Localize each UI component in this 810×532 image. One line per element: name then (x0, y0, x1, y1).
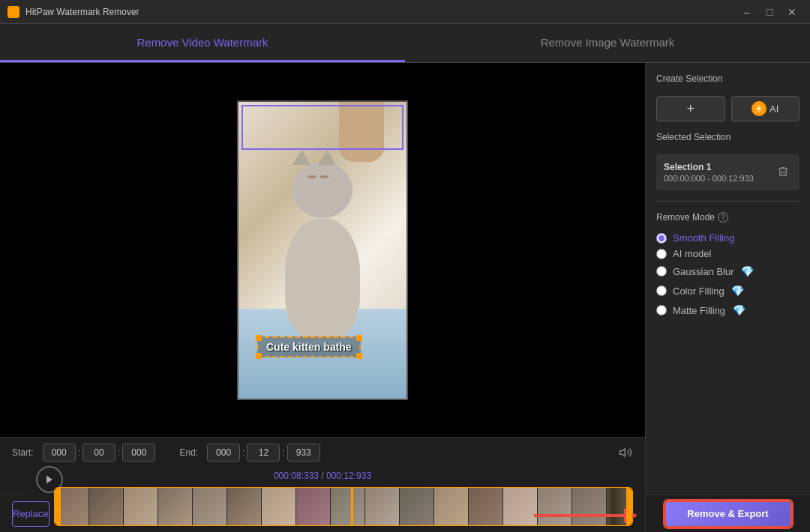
export-button[interactable]: Remove & Export (664, 501, 792, 528)
time-controls-bar: Start: : : End: : : (0, 437, 645, 468)
right-panel: Create Selection + AI Selected Selection… (645, 63, 810, 532)
audio-icon[interactable] (618, 445, 633, 460)
help-icon[interactable]: ? (718, 212, 728, 223)
app-title: HitPaw Watermark Remover (26, 7, 140, 17)
start-hours-input[interactable] (43, 444, 76, 462)
corner-handle-tr[interactable] (356, 335, 362, 341)
delete-selection-button[interactable] (774, 163, 792, 183)
app-logo (8, 6, 20, 18)
mode-ai[interactable]: AI model (656, 246, 800, 262)
selection-name: Selection 1 (664, 162, 754, 172)
selected-selection-label: Selected Selection (656, 132, 800, 142)
corner-handle-bl[interactable] (256, 353, 262, 359)
add-selection-button[interactable]: + (656, 96, 725, 121)
mode-color[interactable]: Color Filling 💎 (656, 281, 800, 300)
pro-badge-color: 💎 (730, 283, 746, 298)
minimize-button[interactable]: – (736, 4, 758, 20)
end-hours-input[interactable] (207, 444, 240, 462)
thumb-10 (365, 488, 400, 525)
selection-item[interactable]: Selection 1 000:00:000 - 000:12:933 (656, 154, 800, 190)
thumb-8 (296, 488, 331, 525)
create-selection-row: + AI (656, 96, 800, 121)
mode-matte[interactable]: Matte Filling 💎 (656, 300, 800, 320)
thumb-12 (434, 488, 469, 525)
replace-button[interactable]: Replace (12, 501, 50, 527)
thumb-14 (503, 488, 538, 525)
start-time-group: : : (43, 444, 156, 462)
hand-visual (339, 102, 384, 162)
red-arrow (534, 508, 638, 523)
end-time-group: : : (207, 444, 320, 462)
thumb-3 (124, 488, 158, 525)
thumb-11 (400, 488, 434, 525)
end-minutes-input[interactable] (247, 444, 280, 462)
ai-icon (752, 101, 766, 116)
restore-button[interactable]: □ (759, 4, 780, 20)
svg-marker-1 (46, 476, 52, 484)
titlebar: HitPaw Watermark Remover – □ ✕ (0, 0, 810, 24)
tab-image-watermark[interactable]: Remove Image Watermark (405, 24, 810, 62)
pro-badge-matte: 💎 (731, 303, 746, 318)
thumb-2 (89, 488, 124, 525)
export-button-container: Remove & Export (645, 495, 810, 532)
svg-point-2 (758, 107, 760, 110)
divider (656, 201, 800, 202)
window-controls: – □ ✕ (736, 4, 802, 20)
close-button[interactable]: ✕ (782, 4, 802, 20)
tab-video-watermark[interactable]: Remove Video Watermark (0, 24, 405, 62)
mode-options: Smooth Filling AI model Gaussian Blur 💎 … (656, 230, 800, 320)
end-seconds-input[interactable] (287, 444, 320, 462)
start-minutes-input[interactable] (82, 444, 116, 462)
main-content: Cute kitten bathe Start: : : End: (0, 63, 810, 532)
timeline-right-handle[interactable] (626, 488, 632, 525)
svg-marker-0 (620, 449, 626, 457)
thumb-6 (227, 488, 262, 525)
playhead[interactable] (351, 487, 353, 526)
titlebar-left: HitPaw Watermark Remover (8, 6, 140, 18)
end-label: End: (179, 447, 198, 458)
pro-badge-gaussian: 💎 (740, 264, 755, 279)
arrow-line (534, 514, 624, 517)
thumb-7 (262, 488, 296, 525)
start-seconds-input[interactable] (122, 444, 155, 462)
remove-mode-label: Remove Mode ? (656, 212, 800, 223)
start-label: Start: (12, 447, 34, 458)
thumb-4 (158, 488, 193, 525)
timeline-left-handle[interactable] (55, 488, 61, 525)
ai-selection-button[interactable]: AI (731, 96, 800, 121)
video-player[interactable]: Cute kitten bathe (0, 63, 645, 437)
bottom-bar: Replace (0, 495, 24, 532)
tabbar: Remove Video Watermark Remove Image Wate… (0, 24, 810, 63)
corner-handle-br[interactable] (356, 353, 362, 359)
mode-gaussian[interactable]: Gaussian Blur 💎 (656, 262, 800, 281)
thumb-5 (193, 488, 227, 525)
corner-handle-tl[interactable] (256, 335, 262, 341)
mode-smooth[interactable]: Smooth Filling (656, 230, 800, 246)
thumb-9 (331, 488, 365, 525)
watermark-selection-box[interactable]: Cute kitten bathe (257, 336, 361, 357)
video-area: Cute kitten bathe Start: : : End: (0, 63, 645, 532)
video-frame: Cute kitten bathe (237, 100, 408, 400)
thumb-13 (469, 488, 503, 525)
selection-info: Selection 1 000:00:000 - 000:12:933 (664, 162, 754, 183)
timeline-time-display: 000:08:333 / 000:12:933 (12, 468, 633, 484)
watermark-text: Cute kitten bathe (266, 341, 352, 353)
create-selection-label: Create Selection (656, 73, 800, 84)
selection-time: 000:00:000 - 000:12:933 (664, 174, 754, 183)
